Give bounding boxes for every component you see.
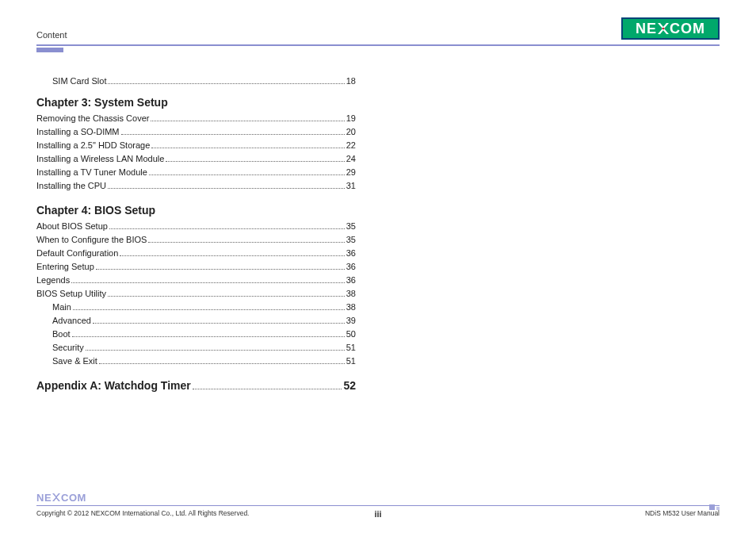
page-header: Content NE COM <box>32 17 724 40</box>
toc-entry-page: 39 <box>346 314 356 328</box>
toc-entry-page: 24 <box>346 152 356 166</box>
toc-entry[interactable]: Security51 <box>36 341 356 355</box>
toc-dots <box>120 249 344 256</box>
toc-entry[interactable]: Entering Setup36 <box>36 260 356 274</box>
toc-appendix-page: 52 <box>343 379 356 392</box>
toc-appendix-label: Appendix A: Watchdog Timer <box>36 379 191 392</box>
toc-entry-label: Entering Setup <box>36 260 94 274</box>
toc-entry[interactable]: Boot50 <box>36 328 356 341</box>
toc-entry-label: Installing a 2.5" HDD Storage <box>36 139 150 152</box>
toc-dots <box>108 77 344 84</box>
footer-rule <box>36 505 720 507</box>
toc-dots <box>73 303 345 310</box>
footer-logo: NE COM <box>36 492 720 504</box>
page-footer: NE COM Copyright © 2012 NEXCOM Internati… <box>32 492 724 518</box>
svg-marker-4 <box>56 493 60 501</box>
toc-entry[interactable]: About BIOS Setup35 <box>36 220 356 233</box>
toc-dots <box>151 141 344 148</box>
toc-entry[interactable]: Installing a Wireless LAN Module24 <box>36 152 356 166</box>
toc-entry-page: 29 <box>346 166 356 179</box>
toc-dots <box>86 343 345 351</box>
toc-entry[interactable]: Legends36 <box>36 274 356 287</box>
nexcom-logo: NE COM <box>621 17 720 40</box>
toc-entry[interactable]: Installing a SO-DIMM20 <box>36 125 356 139</box>
logo-text: NE COM <box>636 21 705 37</box>
toc-chapters: Chapter 3: System SetupRemoving the Chas… <box>36 96 356 369</box>
toc-entry-label: Save & Exit <box>52 355 97 368</box>
toc-entry[interactable]: Save & Exit51 <box>36 355 356 368</box>
toc-entry-label: Advanced <box>52 314 91 328</box>
svg-marker-3 <box>52 493 56 501</box>
toc-dots <box>108 182 345 189</box>
footer-logo-x-icon <box>52 492 60 504</box>
toc-entry-label: When to Configure the BIOS <box>36 233 147 247</box>
toc-entry-page: 20 <box>346 125 356 139</box>
accent-bar <box>36 48 63 52</box>
toc-pre-items: SIM Card Slot18 <box>36 75 356 88</box>
toc-entry[interactable]: Default Configuration36 <box>36 247 356 260</box>
toc-entry-page: 18 <box>346 75 356 88</box>
toc-entry[interactable]: SIM Card Slot18 <box>36 75 356 88</box>
toc-entry[interactable]: Removing the Chassis Cover 19 <box>36 112 356 125</box>
toc-entry-label: Installing a Wireless LAN Module <box>36 152 164 166</box>
toc-dots <box>93 316 345 324</box>
toc-entry[interactable]: Installing a TV Tuner Module29 <box>36 166 356 179</box>
logo-left: NE <box>636 21 657 37</box>
toc-entry-label: Legends <box>36 274 70 287</box>
toc-entry-label: SIM Card Slot <box>52 75 106 88</box>
toc-entry-label: Removing the Chassis Cover <box>36 112 149 125</box>
toc-entry-page: 35 <box>346 220 356 233</box>
footer-page-number: iii <box>374 509 381 519</box>
toc-entry-page: 36 <box>346 274 356 287</box>
footer-logo-left: NE <box>36 492 52 504</box>
toc-dots <box>99 358 345 365</box>
toc-entry[interactable]: Installing the CPU31 <box>36 179 356 193</box>
toc-entry[interactable]: Main38 <box>36 301 356 314</box>
header-rule <box>36 44 720 46</box>
toc-dots <box>108 290 345 297</box>
toc-entry-page: 38 <box>346 287 356 301</box>
toc-entry-page: 38 <box>346 301 356 314</box>
toc-dots <box>151 114 344 121</box>
toc-entry[interactable]: When to Configure the BIOS35 <box>36 233 356 247</box>
toc-dots <box>96 263 345 270</box>
footer-copyright: Copyright © 2012 NEXCOM International Co… <box>36 509 249 517</box>
footer-doc-title: NDiS M532 User Manual <box>645 509 720 517</box>
footer-row: Copyright © 2012 NEXCOM International Co… <box>36 509 720 517</box>
toc-entry-page: 35 <box>346 233 356 247</box>
toc-entry-page: 22 <box>346 139 356 152</box>
logo-right: COM <box>670 21 705 37</box>
svg-point-2 <box>662 28 665 30</box>
toc-entry-label: About BIOS Setup <box>36 220 108 233</box>
toc-entry-label: Main <box>52 301 71 314</box>
toc-chapter-heading[interactable]: Chapter 3: System Setup <box>36 96 356 109</box>
header-title: Content <box>36 30 67 40</box>
toc-entry[interactable]: BIOS Setup Utility38 <box>36 287 356 301</box>
toc-entry-page: 36 <box>346 247 356 260</box>
toc-entry-label: Default Configuration <box>36 247 118 260</box>
toc-entry[interactable]: Installing a 2.5" HDD Storage22 <box>36 139 356 152</box>
toc-entry[interactable]: Advanced39 <box>36 314 356 328</box>
toc-entry-page: 51 <box>346 341 356 355</box>
toc-dots <box>72 330 345 337</box>
footer-logo-right: COM <box>61 492 86 504</box>
toc-dots <box>121 128 345 135</box>
toc-entry-page: 36 <box>346 260 356 274</box>
toc-chapter-heading[interactable]: Chapter 4: BIOS Setup <box>36 204 356 217</box>
toc-appendix[interactable]: Appendix A: Watchdog Timer 52 <box>36 379 356 392</box>
toc-entry-page: 31 <box>346 179 356 193</box>
toc-entry-label: Installing a SO-DIMM <box>36 125 120 139</box>
logo-x-icon <box>658 23 669 34</box>
toc-dots <box>109 222 345 229</box>
toc-entry-page: 50 <box>346 328 356 341</box>
toc-entry-page: 51 <box>346 355 356 368</box>
toc-dots <box>71 276 345 283</box>
toc-entry-label: BIOS Setup Utility <box>36 287 106 301</box>
toc-entry-label: Boot <box>52 328 71 341</box>
toc-entry-page: 19 <box>346 112 356 125</box>
toc-column: SIM Card Slot18 Chapter 3: System SetupR… <box>36 75 356 393</box>
document-page: Content NE COM SIM Card Slot18 Chapter 3… <box>0 0 756 533</box>
toc-entry-label: Installing a TV Tuner Module <box>36 166 147 179</box>
toc-entry-label: Installing the CPU <box>36 179 106 193</box>
toc-dots <box>148 236 344 243</box>
